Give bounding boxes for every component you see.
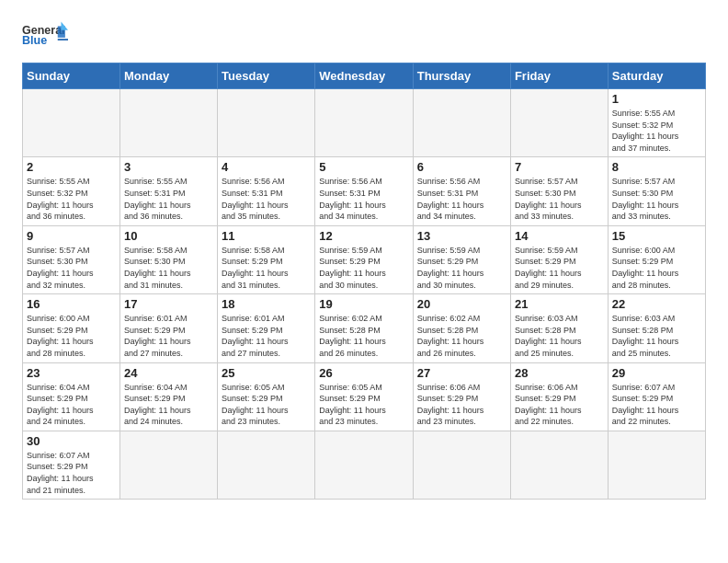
svg-rect-4: [58, 39, 68, 40]
header: General Blue: [22, 18, 706, 53]
svg-text:Blue: Blue: [22, 34, 47, 47]
weekday-header-friday: Friday: [510, 63, 608, 89]
day-number: 5: [319, 160, 409, 174]
calendar-table: SundayMondayTuesdayWednesdayThursdayFrid…: [22, 63, 706, 500]
day-info: Sunrise: 6:07 AM Sunset: 5:29 PM Dayligh…: [612, 382, 701, 428]
logo: General Blue: [22, 18, 68, 53]
calendar-cell: [413, 431, 510, 499]
day-number: 12: [319, 229, 409, 243]
day-number: 26: [319, 366, 409, 380]
day-number: 10: [124, 229, 213, 243]
calendar-cell: 27Sunrise: 6:06 AM Sunset: 5:29 PM Dayli…: [413, 362, 510, 431]
day-info: Sunrise: 6:04 AM Sunset: 5:29 PM Dayligh…: [124, 382, 213, 428]
day-number: 1: [612, 92, 701, 106]
day-number: 2: [27, 160, 116, 174]
calendar-cell: [315, 431, 414, 499]
day-number: 28: [515, 366, 604, 380]
day-info: Sunrise: 5:55 AM Sunset: 5:32 PM Dayligh…: [612, 108, 701, 154]
weekday-header-thursday: Thursday: [413, 63, 510, 89]
day-number: 17: [124, 297, 213, 311]
day-info: Sunrise: 6:06 AM Sunset: 5:29 PM Dayligh…: [515, 382, 604, 428]
calendar-cell: 23Sunrise: 6:04 AM Sunset: 5:29 PM Dayli…: [23, 362, 120, 431]
calendar-cell: 12Sunrise: 5:59 AM Sunset: 5:29 PM Dayli…: [315, 225, 414, 293]
day-info: Sunrise: 5:59 AM Sunset: 5:29 PM Dayligh…: [319, 245, 409, 291]
day-info: Sunrise: 5:59 AM Sunset: 5:29 PM Dayligh…: [515, 245, 604, 291]
day-info: Sunrise: 6:03 AM Sunset: 5:28 PM Dayligh…: [515, 313, 604, 359]
calendar-cell: 1Sunrise: 5:55 AM Sunset: 5:32 PM Daylig…: [608, 89, 705, 157]
calendar-cell: 2Sunrise: 5:55 AM Sunset: 5:32 PM Daylig…: [23, 157, 120, 225]
calendar-cell: 3Sunrise: 5:55 AM Sunset: 5:31 PM Daylig…: [120, 157, 218, 225]
day-number: 11: [222, 229, 311, 243]
calendar-cell: 14Sunrise: 5:59 AM Sunset: 5:29 PM Dayli…: [510, 225, 608, 293]
calendar-cell: [23, 89, 120, 157]
day-number: 29: [612, 366, 701, 380]
calendar-cell: 21Sunrise: 6:03 AM Sunset: 5:28 PM Dayli…: [510, 294, 608, 362]
day-number: 19: [319, 297, 409, 311]
day-number: 30: [27, 434, 116, 448]
day-info: Sunrise: 6:05 AM Sunset: 5:29 PM Dayligh…: [319, 382, 409, 428]
calendar-cell: 30Sunrise: 6:07 AM Sunset: 5:29 PM Dayli…: [23, 431, 120, 499]
calendar-cell: 24Sunrise: 6:04 AM Sunset: 5:29 PM Dayli…: [120, 362, 218, 431]
day-info: Sunrise: 5:58 AM Sunset: 5:29 PM Dayligh…: [222, 245, 311, 291]
day-info: Sunrise: 5:57 AM Sunset: 5:30 PM Dayligh…: [515, 176, 604, 222]
day-number: 13: [417, 229, 506, 243]
weekday-header-tuesday: Tuesday: [218, 63, 315, 89]
weekday-header-sunday: Sunday: [23, 63, 120, 89]
day-number: 27: [417, 366, 506, 380]
day-info: Sunrise: 6:06 AM Sunset: 5:29 PM Dayligh…: [417, 382, 506, 428]
day-info: Sunrise: 5:55 AM Sunset: 5:32 PM Dayligh…: [27, 176, 116, 222]
calendar-week-row: 30Sunrise: 6:07 AM Sunset: 5:29 PM Dayli…: [23, 431, 706, 499]
day-info: Sunrise: 6:00 AM Sunset: 5:29 PM Dayligh…: [27, 313, 116, 359]
calendar-week-row: 23Sunrise: 6:04 AM Sunset: 5:29 PM Dayli…: [23, 362, 706, 431]
calendar-cell: 25Sunrise: 6:05 AM Sunset: 5:29 PM Dayli…: [218, 362, 315, 431]
page: General Blue SundayMondayTuesdayWednesda…: [0, 0, 728, 518]
weekday-header-wednesday: Wednesday: [315, 63, 414, 89]
day-info: Sunrise: 5:59 AM Sunset: 5:29 PM Dayligh…: [417, 245, 506, 291]
day-number: 4: [222, 160, 311, 174]
calendar-cell: 29Sunrise: 6:07 AM Sunset: 5:29 PM Dayli…: [608, 362, 705, 431]
calendar-cell: 17Sunrise: 6:01 AM Sunset: 5:29 PM Dayli…: [120, 294, 218, 362]
day-number: 3: [124, 160, 213, 174]
day-info: Sunrise: 5:56 AM Sunset: 5:31 PM Dayligh…: [222, 176, 311, 222]
weekday-header-monday: Monday: [120, 63, 218, 89]
calendar-cell: [218, 89, 315, 157]
day-info: Sunrise: 6:04 AM Sunset: 5:29 PM Dayligh…: [27, 382, 116, 428]
calendar-cell: 4Sunrise: 5:56 AM Sunset: 5:31 PM Daylig…: [218, 157, 315, 225]
day-info: Sunrise: 5:56 AM Sunset: 5:31 PM Dayligh…: [417, 176, 506, 222]
calendar-week-row: 16Sunrise: 6:00 AM Sunset: 5:29 PM Dayli…: [23, 294, 706, 362]
day-number: 20: [417, 297, 506, 311]
day-number: 14: [515, 229, 604, 243]
day-number: 23: [27, 366, 116, 380]
calendar-cell: [413, 89, 510, 157]
day-number: 6: [417, 160, 506, 174]
day-info: Sunrise: 5:57 AM Sunset: 5:30 PM Dayligh…: [27, 245, 116, 291]
calendar-cell: 15Sunrise: 6:00 AM Sunset: 5:29 PM Dayli…: [608, 225, 705, 293]
calendar-cell: 6Sunrise: 5:56 AM Sunset: 5:31 PM Daylig…: [413, 157, 510, 225]
calendar-cell: 11Sunrise: 5:58 AM Sunset: 5:29 PM Dayli…: [218, 225, 315, 293]
day-info: Sunrise: 6:03 AM Sunset: 5:28 PM Dayligh…: [612, 313, 701, 359]
calendar-week-row: 2Sunrise: 5:55 AM Sunset: 5:32 PM Daylig…: [23, 157, 706, 225]
day-number: 7: [515, 160, 604, 174]
calendar-cell: 13Sunrise: 5:59 AM Sunset: 5:29 PM Dayli…: [413, 225, 510, 293]
day-info: Sunrise: 6:02 AM Sunset: 5:28 PM Dayligh…: [319, 313, 409, 359]
calendar-cell: [218, 431, 315, 499]
day-number: 22: [612, 297, 701, 311]
calendar-cell: [608, 431, 705, 499]
calendar-cell: 8Sunrise: 5:57 AM Sunset: 5:30 PM Daylig…: [608, 157, 705, 225]
calendar-cell: [120, 89, 218, 157]
weekday-header-saturday: Saturday: [608, 63, 705, 89]
calendar-cell: [120, 431, 218, 499]
day-info: Sunrise: 6:02 AM Sunset: 5:28 PM Dayligh…: [417, 313, 506, 359]
day-number: 15: [612, 229, 701, 243]
day-info: Sunrise: 5:56 AM Sunset: 5:31 PM Dayligh…: [319, 176, 409, 222]
calendar-cell: 5Sunrise: 5:56 AM Sunset: 5:31 PM Daylig…: [315, 157, 414, 225]
day-info: Sunrise: 6:05 AM Sunset: 5:29 PM Dayligh…: [222, 382, 311, 428]
calendar-cell: [510, 431, 608, 499]
calendar-cell: 18Sunrise: 6:01 AM Sunset: 5:29 PM Dayli…: [218, 294, 315, 362]
calendar-cell: 16Sunrise: 6:00 AM Sunset: 5:29 PM Dayli…: [23, 294, 120, 362]
day-number: 24: [124, 366, 213, 380]
day-number: 9: [27, 229, 116, 243]
day-number: 21: [515, 297, 604, 311]
calendar-cell: [315, 89, 414, 157]
day-info: Sunrise: 5:58 AM Sunset: 5:30 PM Dayligh…: [124, 245, 213, 291]
